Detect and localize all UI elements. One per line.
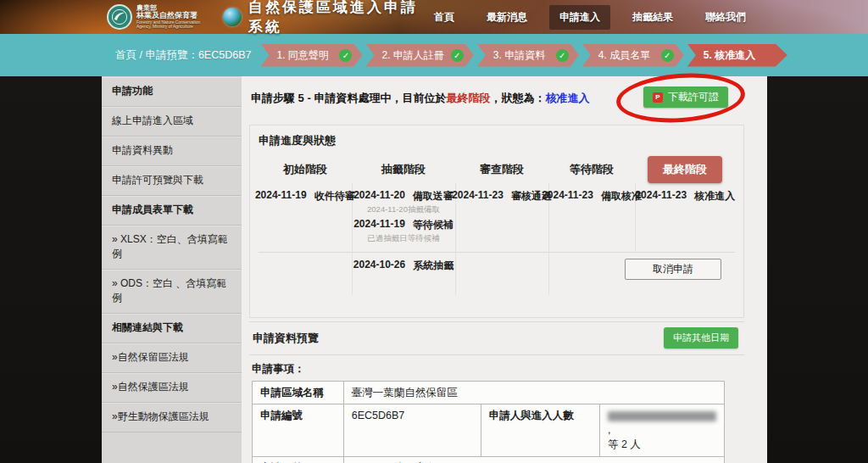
cancel-cell: 取消申請 — [548, 253, 735, 295]
sidebar-header-apply-functions: 申請功能 — [102, 77, 242, 107]
agency-name-english: Forestry and Nature Conservation Agency,… — [136, 20, 211, 30]
top-navigation: 首頁 最新消息 申請進入 抽籤結果 聯絡我們 — [424, 5, 868, 30]
agency-logo-icon — [107, 4, 132, 30]
status-line-status: 核准進入 — [545, 92, 589, 104]
applicant-separator: , — [608, 424, 610, 436]
sidebar-item-xlsx-template[interactable]: » XLSX：空白、含填寫範例 — [102, 226, 242, 270]
stage-cell-final: 2024-11-23核准進入 — [635, 183, 735, 253]
stage-cell-initial: 2024-11-19收件待審 — [259, 183, 352, 253]
step-label: 5. 核准進入 — [704, 48, 755, 63]
entry-date: 2024-11-19 — [255, 189, 307, 204]
applicant-count: 等 2 人 — [608, 438, 716, 452]
app-window: 農業部 林業及自然保育署 Forestry and Nature Conserv… — [0, 0, 868, 463]
stage-row-2: 2024-10-26系統抽籤 取消申請 — [259, 253, 735, 295]
entry-status: 備取送審 — [413, 189, 453, 204]
sidebar-item-permit-preview-download[interactable]: 申請許可預覽與下載 — [102, 166, 242, 196]
stage-cell-empty — [455, 253, 548, 295]
progress-status-section: 申請進度與狀態 初始階段 抽籤階段 審查階段 等待階段 最終階段 2024-11… — [249, 125, 744, 318]
field-value-number: 6EC5D6B7 — [343, 404, 481, 457]
download-permit-button[interactable]: 下載許可證 — [643, 86, 728, 108]
stage-col-review: 審查階段 — [455, 156, 548, 183]
sidebar-item-nature-reserve-regulations[interactable]: »自然保留區法規 — [102, 343, 242, 373]
sidebar-item-ods-template[interactable]: » ODS：空白 、含填寫範例 — [102, 270, 242, 314]
step-label: 1. 同意聲明 — [276, 48, 328, 63]
page-body: 申請功能 線上申請進入區域 申請資料異動 申請許可預覽與下載 申請成員表單下載 … — [0, 76, 868, 463]
sidebar-header-links-downloads: 相關連結與下載 — [102, 314, 242, 343]
status-line-stage: 最終階段 — [446, 92, 490, 104]
nav-contact[interactable]: 聯絡我們 — [695, 5, 756, 30]
field-label-purpose: 申請目的/項目 — [253, 457, 344, 463]
field-label-area: 申請區域名稱 — [253, 381, 344, 404]
detail-row-area: 申請區域名稱 臺灣一葉蘭自然保留區 — [253, 381, 725, 404]
stage-row-1: 2024-11-19收件待審 2024-11-20備取送審 2024-11-20… — [259, 183, 735, 253]
preview-section-header: 申請資料預覽 申請其他日期 — [249, 321, 744, 355]
cancel-application-button[interactable]: 取消申請 — [625, 259, 721, 280]
left-background-strip — [0, 76, 102, 463]
entry-note: 已過抽籤日等待候補 — [353, 233, 454, 244]
entry-date: 2024-10-26 — [353, 259, 405, 273]
stage-cell-waiting: 2024-11-23備取核准 — [548, 183, 635, 253]
entry-date: 2024-11-19 — [353, 218, 405, 232]
field-value-purpose: 民眾為環境教育之需要 — [343, 457, 724, 463]
nav-apply-entry[interactable]: 申請進入 — [549, 5, 610, 30]
entry-status: 等待候補 — [413, 218, 453, 232]
step-4-member-list: 4. 成員名單 — [582, 44, 684, 67]
check-icon — [661, 49, 674, 62]
step-label: 4. 成員名單 — [598, 48, 650, 63]
stage-cell-review: 2024-11-23審核通過 — [455, 183, 548, 253]
entry-date: 2024-11-23 — [542, 189, 593, 204]
download-permit-label: 下載許可證 — [668, 90, 719, 104]
field-label-applicant: 申請人與進入人數 — [481, 404, 599, 457]
stage-header-row: 初始階段 抽籤階段 審查階段 等待階段 最終階段 — [259, 156, 735, 183]
sidebar-item-data-change[interactable]: 申請資料異動 — [102, 137, 242, 166]
status-line-middle: ，狀態為： — [490, 92, 545, 104]
progress-section-title: 申請進度與狀態 — [259, 133, 735, 148]
step-1-agreement: 1. 同意聲明 — [260, 44, 362, 67]
stage-table: 初始階段 抽籤階段 審查階段 等待階段 最終階段 2024-11-19收件待審 … — [259, 156, 735, 295]
nav-news[interactable]: 最新消息 — [476, 5, 537, 30]
wizard-stepbar: 首頁 / 申請預覽：6EC5D6B7 1. 同意聲明 2. 申請人註冊 3. 申… — [0, 34, 868, 76]
status-line-prefix: 申請步驟 5 - 申請資料處理中，目前位於 — [251, 92, 446, 104]
stage-col-waiting: 等待階段 — [548, 156, 635, 183]
stage-col-lottery: 抽籤階段 — [352, 156, 455, 183]
check-icon — [451, 49, 464, 62]
breadcrumb: 首頁 / 申請預覽：6EC5D6B7 — [115, 48, 251, 63]
globe-icon — [223, 8, 242, 26]
entry-date: 2024-11-23 — [635, 189, 687, 204]
entry-date: 2024-11-20 — [353, 189, 405, 204]
sidebar-item-online-apply[interactable]: 線上申請進入區域 — [102, 107, 242, 137]
stage-cell-lottery: 2024-11-20備取送審 2024-11-20抽籤備取 2024-11-19… — [352, 183, 455, 253]
nav-home[interactable]: 首頁 — [424, 5, 465, 30]
detail-row-number-applicant: 申請編號 6EC5D6B7 申請人與進入人數 , 等 2 人 — [253, 404, 725, 457]
stage-col-initial: 初始階段 — [259, 156, 352, 183]
application-items-label: 申請事項： — [252, 362, 759, 377]
apply-other-date-button[interactable]: 申請其他日期 — [664, 327, 738, 349]
stage-cell-system-lottery: 2024-10-26系統抽籤 — [352, 253, 455, 295]
agency-name: 農業部 林業及自然保育署 Forestry and Nature Conserv… — [136, 5, 211, 29]
sidebar-item-protected-area-regulations[interactable]: »自然保護區法規 — [102, 373, 242, 403]
step-3-application-data: 3. 申請資料 — [477, 44, 579, 67]
pdf-icon — [653, 92, 663, 103]
entry-status: 收件待審 — [314, 189, 355, 204]
step-2-registration: 2. 申請人註冊 — [365, 44, 473, 67]
application-detail-table: 申請區域名稱 臺灣一葉蘭自然保留區 申請編號 6EC5D6B7 申請人與進入人數… — [252, 381, 725, 463]
nav-lottery-results[interactable]: 抽籤結果 — [622, 5, 683, 30]
sidebar-header-member-form-download: 申請成員表單下載 — [102, 196, 242, 226]
detail-row-purpose: 申請目的/項目 民眾為環境教育之需要 — [253, 457, 725, 463]
site-title: 自然保護區域進入申請系統 — [248, 0, 424, 36]
check-icon — [339, 49, 352, 62]
right-background-strip — [767, 76, 868, 463]
sidebar: 申請功能 線上申請進入區域 申請資料異動 申請許可預覽與下載 申請成員表單下載 … — [102, 76, 242, 463]
redacted-applicant-name — [608, 411, 716, 421]
step-label: 3. 申請資料 — [493, 48, 545, 63]
stage-cell-empty — [259, 253, 352, 295]
main-content: 申請步驟 5 - 申請資料處理中，目前位於最終階段，狀態為：核准進入 下載許可證… — [242, 76, 767, 463]
entry-note: 2024-11-20抽籤備取 — [353, 204, 454, 215]
field-value-applicant: , 等 2 人 — [599, 404, 724, 457]
check-icon — [556, 49, 569, 62]
step-label: 2. 申請人註冊 — [381, 48, 443, 63]
entry-status: 核准進入 — [694, 189, 735, 204]
sidebar-item-wildlife-refuge-regulations[interactable]: »野生動物保護區法規 — [102, 403, 242, 432]
entry-date: 2024-11-23 — [452, 189, 504, 204]
stage-col-final: 最終階段 — [635, 156, 735, 183]
